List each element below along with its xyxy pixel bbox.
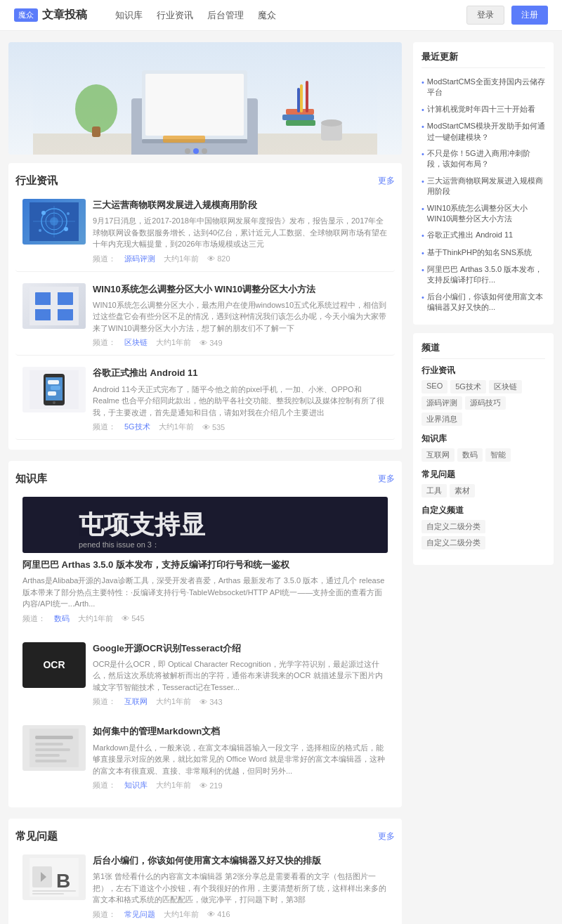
svg-point-26 — [41, 211, 46, 215]
kb-excerpt-3: Markdown是什么，一般来说，在富文本编辑器输入一段文字，选择相应的格式后，… — [93, 742, 388, 777]
channel-tag[interactable]: 源码评测 — [422, 396, 462, 410]
thumb-md — [22, 725, 86, 771]
recent-item[interactable]: ModStartCMS全面支持国内云储存平台 — [422, 74, 545, 101]
content-area: 行业资讯 更多 — [8, 42, 402, 924]
recent-item[interactable]: WIN10系统怎么调整分区大小 WIN10调整分区大小方法 — [422, 200, 545, 228]
faq-title: 常见问题 — [15, 830, 58, 843]
channel-group: 行业资讯SEO5G技术区块链源码评测源码技巧业界消息 — [422, 365, 545, 426]
faq-header: 常见问题 更多 — [15, 824, 395, 847]
channel-tag[interactable]: 智能 — [485, 448, 511, 462]
article-meta-1: 频道：源码评测 大约1年前 👁 820 — [93, 254, 388, 264]
recent-item[interactable]: 基于ThinkPHP的知名SNS系统 — [422, 245, 545, 261]
recent-item[interactable]: 后台小编们，你该如何使用富文本编辑器又好又快的... — [422, 289, 545, 316]
kb-channel-3[interactable]: 知识库 — [124, 780, 148, 790]
recent-item[interactable]: 三大运营商物联网发展进入规模商用阶段 — [422, 173, 545, 200]
svg-rect-36 — [35, 305, 73, 309]
meta-channel-label-2: 频道： — [93, 337, 116, 348]
svg-text:pened this issue on 3：: pened this issue on 3： — [79, 540, 159, 549]
logo-text: 文章投稿 — [42, 8, 87, 22]
recent-item[interactable]: 谷歌正式推出 Android 11 — [422, 227, 545, 244]
channel-tags: SEO5G技术区块链源码评测源码技巧业界消息 — [422, 380, 545, 426]
knowledge-base-section: 知识库 更多 屯项支持显 pened this issue on 3： 阿里巴巴… — [8, 461, 402, 807]
article-channel-2[interactable]: 区块链 — [124, 337, 148, 348]
faq-article-title-1[interactable]: 后台小编们，你该如何使用富文本编辑器又好又快的排版 — [93, 854, 388, 867]
article-channel-1[interactable]: 源码评测 — [124, 254, 155, 264]
channel-group: 常见问题工具素材 — [422, 469, 545, 497]
login-button[interactable]: 登录 — [466, 6, 504, 25]
kb-title: 知识库 — [15, 472, 47, 486]
thumb-ocr: OCR — [22, 642, 86, 688]
meta-time-2: 大约1年前 — [156, 337, 191, 348]
register-button[interactable]: 注册 — [511, 6, 548, 25]
kb-thumb-2: OCR — [22, 642, 86, 688]
nav-knowledge[interactable]: 知识库 — [115, 9, 143, 22]
arthas-svg: 屯项支持显 pened this issue on 3： — [22, 497, 388, 553]
channel-tag[interactable]: 自定义二级分类 — [422, 520, 485, 533]
channel-tag[interactable]: 素材 — [450, 484, 475, 497]
kb-header: 知识库 更多 — [15, 467, 395, 490]
svg-rect-48 — [35, 736, 73, 739]
article-excerpt-1: 9月17日消息，近2017-2018年中国物联网发展年度报告》发布，报告显示，2… — [93, 215, 388, 250]
svg-rect-34 — [56, 308, 73, 320]
channel-tag[interactable]: 源码技巧 — [465, 396, 506, 410]
svg-rect-57 — [32, 890, 76, 892]
recent-item[interactable]: 计算机视觉时年四十三十开始看 — [422, 101, 545, 118]
svg-rect-58 — [32, 893, 64, 894]
article-thumb-1 — [22, 199, 86, 245]
nav-mozong[interactable]: 魔众 — [258, 9, 276, 22]
faq-more[interactable]: 更多 — [378, 831, 395, 842]
channel-group-title: 知识库 — [422, 433, 545, 445]
svg-point-40 — [53, 401, 55, 404]
channel-tag[interactable]: 自定义二级分类 — [422, 536, 485, 549]
article-channel-3[interactable]: 5G技术 — [124, 422, 150, 432]
channel-tag[interactable]: 工具 — [422, 484, 447, 497]
recent-item[interactable]: ModStartCMS模块开发助手如何通过一键创建模块？ — [422, 118, 545, 145]
svg-text:B: B — [56, 870, 70, 892]
iot-thumb-svg — [30, 202, 79, 241]
kb-thumb-3 — [22, 725, 86, 771]
channel-group-title: 常见问题 — [422, 469, 545, 481]
kb-body-3: 如何集中的管理Markdown文档 Markdown是什么，一般来说，在富文本编… — [93, 725, 388, 790]
article-body-3: 谷歌正式推出 Android 11 Android 11今天正式完布了，随平今他… — [93, 367, 388, 432]
article-thumb-2 — [22, 283, 86, 329]
nav-admin[interactable]: 后台管理 — [207, 9, 244, 22]
channel-tag[interactable]: 5G技术 — [450, 380, 486, 393]
svg-rect-16 — [163, 136, 205, 143]
kb-title-3[interactable]: 如何集中的管理Markdown文档 — [93, 725, 388, 738]
recent-item[interactable]: 不只是你！5G进入商用冲刺阶段，该如何布局？ — [422, 145, 545, 173]
svg-rect-49 — [35, 743, 63, 746]
channel-tag[interactable]: 数码 — [457, 448, 483, 462]
svg-point-15 — [321, 119, 342, 126]
channel-tag[interactable]: 区块链 — [489, 380, 522, 393]
recent-item[interactable]: 阿里巴巴 Arthas 3.5.0 版本发布，支持反编译打印行... — [422, 261, 545, 289]
industry-news-more[interactable]: 更多 — [378, 175, 395, 187]
meta-views-2: 👁 349 — [200, 339, 222, 347]
main-nav: 知识库 行业资讯 后台管理 魔众 — [115, 9, 466, 22]
kb-body-2: Google开源OCR识别Tesseract介绍 OCR是什么OCR，即 Opt… — [93, 642, 388, 708]
channel-tag[interactable]: 互联网 — [422, 448, 455, 462]
article-title-3[interactable]: 谷歌正式推出 Android 11 — [93, 367, 388, 379]
faq-excerpt-1: 第1张 曾经看什么的内容富文本编辑器 第2张分享总是需要看看的文字（包括图片一把… — [93, 871, 388, 906]
kb-channel-2[interactable]: 互联网 — [124, 696, 148, 707]
banner-svg — [8, 42, 402, 155]
kb-channel-1[interactable]: 数码 — [54, 613, 70, 624]
article-body-1: 三大运营商物联网发展进入规模商用阶段 9月17日消息，近2017-2018年中国… — [93, 199, 388, 264]
article-title-1[interactable]: 三大运营商物联网发展进入规模商用阶段 — [93, 199, 388, 212]
kb-article-excerpt-1: Arthas是Alibaba开源的Java诊断工具，深受开发者喜爱，Arthas… — [22, 575, 388, 610]
article-title-2[interactable]: WIN10系统怎么调整分区大小 WIN10调整分区大小方法 — [93, 283, 388, 296]
faq-channel-1[interactable]: 常见问题 — [124, 909, 155, 920]
svg-point-6 — [75, 84, 117, 134]
kb-time-3: 大约1年前 — [156, 780, 191, 790]
channels-content: 行业资讯SEO5G技术区块链源码评测源码技巧业界消息知识库互联网数码智能常见问题… — [422, 365, 545, 549]
channel-tag[interactable]: SEO — [422, 380, 447, 393]
channel-tags: 自定义二级分类自定义二级分类 — [422, 520, 545, 549]
svg-rect-13 — [297, 88, 300, 112]
kb-title-2[interactable]: Google开源OCR识别Tesseract介绍 — [93, 642, 388, 655]
article-card: 三大运营商物联网发展进入规模商用阶段 9月17日消息，近2017-2018年中国… — [15, 192, 395, 272]
faq-views-1: 👁 416 — [207, 910, 230, 918]
page-container: 行业资讯 更多 — [0, 31, 562, 924]
nav-industry[interactable]: 行业资讯 — [157, 9, 193, 22]
channel-tag[interactable]: 业界消息 — [422, 412, 462, 426]
kb-article-title-1[interactable]: 阿里巴巴 Arthas 3.5.0 版本发布，支持反编译打印行号和统一鉴权 — [22, 559, 388, 571]
kb-more[interactable]: 更多 — [378, 473, 395, 485]
